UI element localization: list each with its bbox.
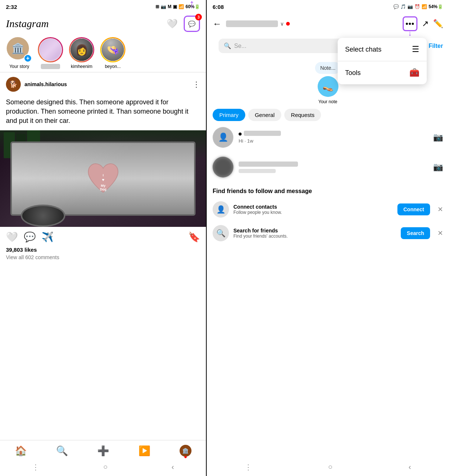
kimheenim-label: kimheenim: [71, 64, 92, 69]
post-user-avatar: 🐕: [6, 77, 21, 92]
profile-nav-button[interactable]: 🏛️: [180, 445, 191, 457]
left-status-bar: 2:32 ⊞ 📷 M ▣ 📶 60%🔋: [0, 0, 206, 13]
add-story-button[interactable]: +: [24, 54, 32, 62]
your-story-label: Your story: [9, 64, 29, 69]
likes-count: 39,803 likes: [0, 246, 206, 254]
post-username[interactable]: animals.hilarious: [24, 81, 189, 87]
bottom-nav: 🏠 🔍 ➕ ▶️ 🏛️: [0, 440, 206, 460]
note-avatar: 👡: [318, 76, 338, 97]
chat-camera-1[interactable]: 📷: [433, 133, 443, 142]
heart-sticker-svg: I ♥ My Dog: [85, 161, 122, 196]
save-button[interactable]: 🔖: [188, 231, 200, 243]
chat-camera-2[interactable]: 📷: [433, 162, 443, 172]
connect-button[interactable]: Connect: [397, 203, 430, 215]
chat-preview-blur-2: [239, 169, 276, 173]
svg-text:♥: ♥: [102, 177, 104, 182]
chat-item-2[interactable]: 📷: [207, 152, 449, 182]
tab-requests-label: Requests: [291, 112, 314, 118]
chat-status-icon: 💬: [393, 4, 399, 9]
note-bubble[interactable]: Note...: [315, 62, 341, 74]
messenger-icon: 💬: [188, 20, 196, 27]
tab-primary[interactable]: Primary: [213, 109, 245, 121]
kimheenim-image: 👩: [71, 39, 93, 61]
dropdown-purple-outline: Select chats ☰ Tools 🧰: [338, 38, 427, 84]
svg-text:My: My: [101, 184, 105, 188]
dm-header: ← ∨ ••• ↓ ↗ ✏️: [207, 13, 449, 34]
stats-icon[interactable]: ↗: [422, 19, 429, 29]
android-home-right[interactable]: ○: [328, 463, 332, 472]
alarm-icon: ⏰: [414, 4, 420, 9]
story-beyonce[interactable]: 👒 beyon...: [99, 37, 126, 69]
messenger-button[interactable]: 💬 3 ↑: [184, 16, 200, 32]
beyonce-label: beyon...: [105, 64, 121, 69]
close-connect-button[interactable]: ✕: [437, 205, 443, 213]
left-time: 2:32: [6, 4, 17, 10]
tools-label: Tools: [345, 69, 361, 77]
chat-preview-1: Hi · 1w: [239, 138, 253, 144]
home-nav-button[interactable]: 🏠: [15, 445, 27, 457]
search-friends-sub: Find your friends' accounts.: [233, 234, 396, 239]
post-options-button[interactable]: ⋮: [193, 80, 200, 89]
filter-button[interactable]: Filter: [424, 43, 443, 49]
android-nav-right: ⋮ ○ ‹: [207, 460, 449, 476]
tab-general-label: General: [255, 112, 275, 118]
search-friends-button[interactable]: Search: [401, 227, 430, 239]
connect-contacts-sub: Follow people you know.: [233, 210, 393, 215]
music-status-icon: 🎵: [400, 4, 406, 9]
chat-avatar-2: [213, 157, 233, 177]
blurred-story-label: ██████: [41, 64, 60, 69]
left-phone: 2:32 ⊞ 📷 M ▣ 📶 60%🔋 Instagram 🤍 💬 3 ↑: [0, 0, 206, 476]
right-status-icons: 💬 🎵 📷 ⏰ 📶 54%🔋: [393, 4, 443, 9]
beyonce-ring: 👒: [100, 37, 125, 62]
dm-chevron-icon[interactable]: ∨: [280, 21, 284, 27]
svg-text:Dog: Dog: [100, 188, 106, 191]
story-kimheenim[interactable]: 👩 kimheenim: [68, 37, 95, 69]
search-nav-button[interactable]: 🔍: [56, 445, 68, 457]
android-recents[interactable]: ⋮: [32, 463, 39, 472]
share-button[interactable]: ✈️: [42, 231, 53, 243]
story-your-story[interactable]: 🏛️ + Your story: [6, 37, 33, 69]
dm-username-blurred: [226, 20, 278, 27]
car-scene: I ♥ My Dog: [0, 130, 206, 227]
android-home[interactable]: ○: [103, 463, 108, 472]
reels-nav-button[interactable]: ▶️: [138, 445, 150, 457]
note-text: Note...: [320, 65, 335, 71]
like-button[interactable]: 🤍: [6, 231, 18, 243]
dm-active-dot: [286, 22, 290, 26]
find-friends-title: Find friends to follow and message: [207, 182, 449, 198]
tab-requests[interactable]: Requests: [284, 109, 321, 121]
search-friends-name: Search for friends: [233, 228, 396, 234]
chat-item-1[interactable]: 👤 Hi · 1w 📷: [207, 123, 449, 152]
beyonce-image: 👒: [102, 39, 124, 61]
note-label: Your note: [318, 99, 337, 104]
heart-icon[interactable]: 🤍: [167, 19, 178, 29]
back-button[interactable]: ←: [213, 19, 222, 29]
close-search-button[interactable]: ✕: [437, 229, 443, 237]
view-comments[interactable]: View all 602 comments: [0, 254, 206, 263]
instagram-icon: 📷: [161, 4, 166, 9]
edit-icon[interactable]: ✏️: [433, 19, 443, 29]
tab-general[interactable]: General: [248, 109, 281, 121]
select-chats-item[interactable]: Select chats ☰: [338, 38, 427, 61]
dm-username-area: ∨: [226, 20, 398, 27]
right-phone: 6:08 💬 🎵 📷 ⏰ 📶 54%🔋 ← ∨ ••• ↓ ↗ ✏️: [206, 0, 449, 476]
select-chats-label: Select chats: [345, 46, 381, 53]
tools-item[interactable]: Tools 🧰: [338, 61, 427, 84]
purple-arrow-down: ↓: [408, 29, 412, 38]
car-window: I ♥ My Dog: [10, 141, 196, 216]
android-recents-right[interactable]: ⋮: [245, 463, 252, 472]
story-blurred[interactable]: ██████: [37, 37, 64, 69]
more-options-button[interactable]: ••• ↓: [403, 16, 417, 31]
svg-text:I: I: [102, 173, 104, 177]
search-placeholder-text: Se...: [234, 43, 246, 49]
wifi-icon: 📶: [178, 4, 184, 9]
gallery-icon: ▣: [173, 4, 177, 9]
kimheenim-ring: 👩: [69, 37, 94, 62]
android-back[interactable]: ‹: [171, 463, 174, 472]
create-nav-button[interactable]: ➕: [97, 445, 109, 457]
comment-button[interactable]: 💬: [24, 231, 36, 243]
tools-icon: 🧰: [409, 68, 419, 78]
search-friends-info: Search for friends Find your friends' ac…: [233, 228, 396, 239]
android-back-right[interactable]: ‹: [409, 463, 411, 472]
search-friends-row: 🔍 Search for friends Find your friends' …: [207, 221, 449, 245]
